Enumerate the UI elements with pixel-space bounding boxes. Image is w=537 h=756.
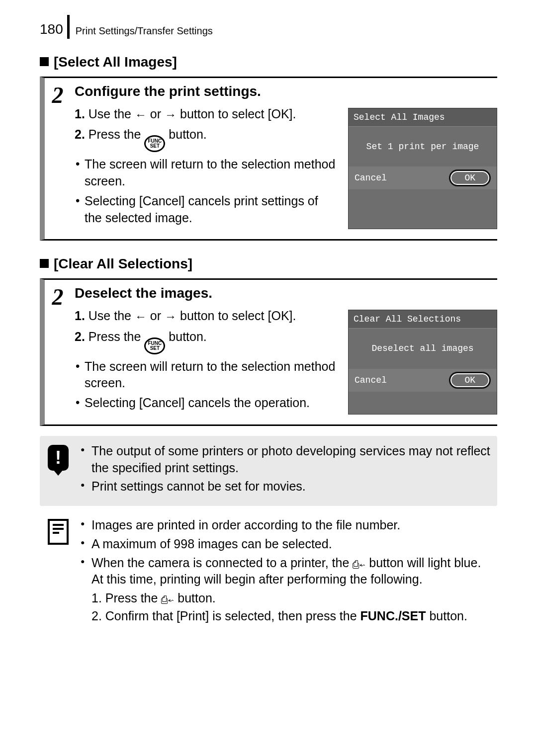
square-bullet-icon (40, 259, 49, 268)
section-heading-clear-all: [Clear All Selections] (40, 254, 497, 273)
text-fragment: or (147, 309, 165, 323)
warning-item: The output of some printers or photo dev… (81, 443, 491, 477)
text-fragment: button. (426, 609, 467, 623)
lcd-footer: Cancel OK (349, 369, 497, 392)
left-arrow-icon: ← (135, 107, 147, 123)
text-fragment: Press the (89, 330, 145, 343)
page-header: 180 Print Settings/Transfer Settings (40, 15, 497, 39)
step-title: Configure the print settings. (75, 82, 497, 101)
step-text: 1. Use the ← or → button to select [OK].… (75, 308, 336, 415)
lcd-cancel-label: Cancel (355, 172, 387, 184)
info-item: When the camera is connected to a printe… (81, 555, 491, 625)
step-block-1: 2 Configure the print settings. 1. Use t… (40, 77, 497, 241)
text-fragment: or (147, 107, 165, 121)
lcd-cancel-label: Cancel (355, 374, 387, 386)
lcd-body: Deselect all images (349, 329, 497, 368)
text-fragment: button. (174, 591, 215, 605)
lcd-title: Select All Images (349, 108, 497, 127)
ordered-item-1: 1. Use the ← or → button to select [OK]. (75, 308, 336, 325)
warning-icon: ! (46, 443, 71, 497)
bullet-item: The screen will return to the selection … (75, 156, 336, 190)
print-transfer-icon: ⎙⇜ (161, 594, 174, 605)
warning-note: ! The output of some printers or photo d… (40, 436, 497, 506)
step-number: 2 (47, 284, 69, 415)
text-fragment: button. (165, 330, 206, 343)
step-number: 2 (47, 82, 69, 230)
ordered-item-1: 1. Use the ← or → button to select [OK]. (75, 106, 336, 123)
ordered-item-2: 2. Press the FUNCSET button. (75, 329, 336, 354)
text-fragment: Use the (89, 309, 135, 323)
text-fragment: 1. Press the (91, 591, 161, 605)
sub-item-1: 1. Press the ⎙⇜ button. (91, 590, 491, 607)
item-number: 2. (75, 330, 85, 343)
lcd-screenshot-clear-all: Clear All Selections Deselect all images… (348, 310, 497, 415)
exclamation-icon: ! (48, 445, 69, 471)
info-note: Images are printed in order according to… (40, 510, 497, 636)
text-fragment: button to select [OK]. (177, 309, 296, 323)
right-arrow-icon: → (165, 309, 177, 325)
step-text: 1. Use the ← or → button to select [OK].… (75, 106, 336, 230)
ordered-item-2: 2. Press the FUNCSET button. (75, 126, 336, 152)
left-arrow-icon: ← (135, 309, 147, 325)
warning-item: Print settings cannot be set for movies. (81, 478, 491, 495)
text-fragment: Use the (89, 107, 135, 121)
item-number: 1. (75, 107, 85, 121)
info-item: A maximum of 998 images can be selected. (81, 536, 491, 553)
text-fragment: button to select [OK]. (177, 107, 296, 121)
lcd-screenshot-select-all: Select All Images Set 1 print per image … (348, 108, 497, 230)
func-set-button-icon: FUNCSET (144, 135, 165, 152)
square-bullet-icon (40, 57, 49, 66)
item-number: 2. (75, 127, 85, 141)
right-arrow-icon: → (165, 107, 177, 123)
step-title: Deselect the images. (75, 284, 497, 303)
lcd-body: Set 1 print per image (349, 127, 497, 167)
page-number: 180 (40, 20, 63, 39)
step-block-2: 2 Deselect the images. 1. Use the ← or →… (40, 278, 497, 426)
func-set-button-icon: FUNCSET (144, 337, 165, 354)
info-icon (46, 517, 71, 627)
text-fragment: button. (165, 127, 206, 141)
section1-heading-text: [Select All Images] (54, 54, 177, 70)
text-fragment: 2. Confirm that [Print] is selected, the… (91, 609, 360, 623)
sub-item-2: 2. Confirm that [Print] is selected, the… (91, 608, 491, 625)
info-item: Images are printed in order according to… (81, 517, 491, 534)
print-transfer-icon: ⎙⇜ (353, 559, 365, 570)
text-fragment: When the camera is connected to a printe… (91, 556, 353, 570)
lcd-ok-button: OK (449, 372, 491, 389)
memo-icon (48, 519, 69, 545)
section2-heading-text: [Clear All Selections] (54, 256, 192, 271)
lcd-title: Clear All Selections (349, 310, 497, 329)
bullet-item: Selecting [Cancel] cancels the operation… (75, 395, 336, 412)
bullet-item: The screen will return to the selection … (75, 358, 336, 392)
header-title: Print Settings/Transfer Settings (76, 24, 213, 39)
func-set-bold: FUNC./SET (360, 609, 426, 623)
page-number-box: 180 (40, 15, 70, 39)
section-heading-select-all: [Select All Images] (40, 53, 497, 72)
text-fragment: Press the (89, 127, 145, 141)
bullet-item: Selecting [Cancel] cancels print setting… (75, 193, 336, 227)
item-number: 1. (75, 309, 85, 323)
func-label-bottom: SET (150, 144, 160, 149)
lcd-ok-button: OK (449, 169, 491, 186)
lcd-footer: Cancel OK (349, 167, 497, 189)
func-label-bottom: SET (150, 346, 160, 351)
